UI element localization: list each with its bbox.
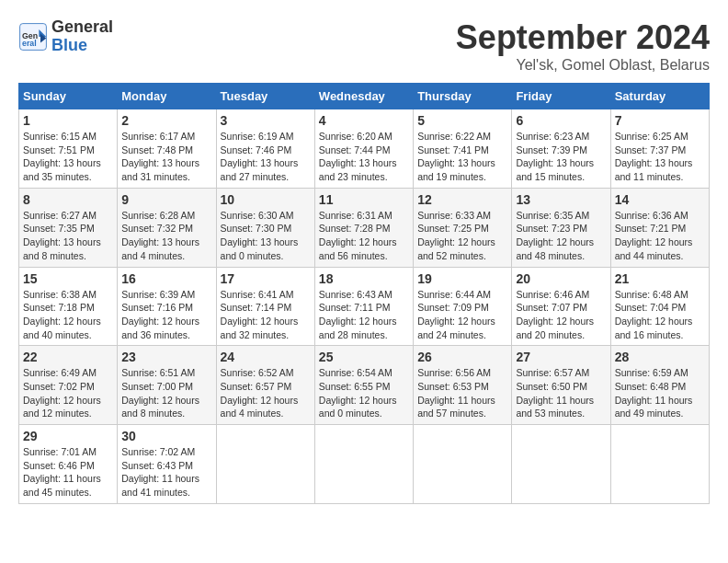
day-number: 7 <box>615 113 705 128</box>
day-number: 24 <box>221 350 311 364</box>
title-block: September 2024 Yel'sk, Gomel Oblast, Bel… <box>456 18 710 74</box>
logo-general-text: General <box>51 18 113 37</box>
page-header: Gen eral General Blue September 2024 Yel… <box>18 18 710 74</box>
day-info: Sunrise: 6:48 AMSunset: 7:04 PMDaylight:… <box>615 289 693 340</box>
day-number: 19 <box>417 271 507 286</box>
calendar-cell: 12 Sunrise: 6:33 AMSunset: 7:25 PMDaylig… <box>414 188 512 267</box>
day-number: 1 <box>23 113 113 128</box>
day-info: Sunrise: 6:59 AMSunset: 6:48 PMDaylight:… <box>615 367 693 419</box>
day-info: Sunrise: 6:39 AMSunset: 7:16 PMDaylight:… <box>121 289 199 340</box>
day-info: Sunrise: 6:15 AMSunset: 7:51 PMDaylight:… <box>23 131 101 182</box>
day-info: Sunrise: 6:22 AMSunset: 7:41 PMDaylight:… <box>417 131 495 182</box>
day-number: 22 <box>23 350 113 364</box>
calendar-cell: 14 Sunrise: 6:36 AMSunset: 7:21 PMDaylig… <box>610 188 709 267</box>
day-number: 4 <box>319 113 409 128</box>
day-number: 26 <box>417 350 507 364</box>
calendar-cell: 11 Sunrise: 6:31 AMSunset: 7:28 PMDaylig… <box>314 188 413 267</box>
calendar-cell: 19 Sunrise: 6:44 AMSunset: 7:09 PMDaylig… <box>414 267 512 346</box>
calendar-cell <box>610 425 709 504</box>
location-title: Yel'sk, Gomel Oblast, Belarus <box>456 57 710 74</box>
day-number: 18 <box>319 271 409 286</box>
day-info: Sunrise: 6:56 AMSunset: 6:53 PMDaylight:… <box>417 367 495 419</box>
logo-icon: Gen eral <box>18 22 48 52</box>
day-info: Sunrise: 6:36 AMSunset: 7:21 PMDaylight:… <box>615 210 693 261</box>
calendar-cell: 21 Sunrise: 6:48 AMSunset: 7:04 PMDaylig… <box>610 267 709 346</box>
calendar-cell: 10 Sunrise: 6:30 AMSunset: 7:30 PMDaylig… <box>216 188 314 267</box>
day-info: Sunrise: 7:02 AMSunset: 6:43 PMDaylight:… <box>121 446 199 498</box>
day-number: 16 <box>121 271 211 286</box>
header-wednesday: Wednesday <box>314 84 413 109</box>
day-info: Sunrise: 6:17 AMSunset: 7:48 PMDaylight:… <box>121 131 199 182</box>
calendar-cell: 13 Sunrise: 6:35 AMSunset: 7:23 PMDaylig… <box>512 188 610 267</box>
day-info: Sunrise: 6:57 AMSunset: 6:50 PMDaylight:… <box>516 367 594 419</box>
calendar-cell: 15 Sunrise: 6:38 AMSunset: 7:18 PMDaylig… <box>19 267 118 346</box>
day-number: 28 <box>615 350 705 364</box>
day-info: Sunrise: 6:23 AMSunset: 7:39 PMDaylight:… <box>516 131 594 182</box>
day-info: Sunrise: 6:28 AMSunset: 7:32 PMDaylight:… <box>121 210 199 261</box>
day-info: Sunrise: 6:43 AMSunset: 7:11 PMDaylight:… <box>319 289 397 340</box>
logo-text: General Blue <box>51 18 113 55</box>
calendar-cell: 18 Sunrise: 6:43 AMSunset: 7:11 PMDaylig… <box>314 267 413 346</box>
day-number: 14 <box>615 192 705 207</box>
calendar-cell: 17 Sunrise: 6:41 AMSunset: 7:14 PMDaylig… <box>216 267 314 346</box>
day-info: Sunrise: 7:01 AMSunset: 6:46 PMDaylight:… <box>23 446 101 498</box>
calendar-cell: 16 Sunrise: 6:39 AMSunset: 7:16 PMDaylig… <box>118 267 216 346</box>
day-info: Sunrise: 6:46 AMSunset: 7:07 PMDaylight:… <box>516 289 594 340</box>
day-number: 10 <box>221 192 311 207</box>
day-info: Sunrise: 6:54 AMSunset: 6:55 PMDaylight:… <box>319 367 397 419</box>
day-number: 3 <box>221 113 311 128</box>
calendar-cell: 7 Sunrise: 6:25 AMSunset: 7:37 PMDayligh… <box>610 109 709 189</box>
day-number: 9 <box>121 192 211 207</box>
calendar-cell: 25 Sunrise: 6:54 AMSunset: 6:55 PMDaylig… <box>314 346 413 425</box>
day-number: 25 <box>319 350 409 364</box>
calendar-cell: 3 Sunrise: 6:19 AMSunset: 7:46 PMDayligh… <box>216 109 314 189</box>
day-number: 23 <box>121 350 211 364</box>
day-number: 11 <box>319 192 409 207</box>
calendar-cell: 8 Sunrise: 6:27 AMSunset: 7:35 PMDayligh… <box>19 188 118 267</box>
calendar-cell: 2 Sunrise: 6:17 AMSunset: 7:48 PMDayligh… <box>118 109 216 189</box>
day-number: 12 <box>417 192 507 207</box>
day-number: 20 <box>516 271 606 286</box>
day-info: Sunrise: 6:19 AMSunset: 7:46 PMDaylight:… <box>221 131 299 182</box>
calendar-week-row: 15 Sunrise: 6:38 AMSunset: 7:18 PMDaylig… <box>19 267 710 346</box>
day-info: Sunrise: 6:44 AMSunset: 7:09 PMDaylight:… <box>417 289 495 340</box>
calendar-week-row: 22 Sunrise: 6:49 AMSunset: 7:02 PMDaylig… <box>19 346 710 425</box>
calendar-cell: 4 Sunrise: 6:20 AMSunset: 7:44 PMDayligh… <box>314 109 413 189</box>
header-saturday: Saturday <box>610 84 709 109</box>
day-number: 6 <box>516 113 606 128</box>
calendar-cell: 28 Sunrise: 6:59 AMSunset: 6:48 PMDaylig… <box>610 346 709 425</box>
day-info: Sunrise: 6:25 AMSunset: 7:37 PMDaylight:… <box>615 131 693 182</box>
svg-text:eral: eral <box>22 39 37 48</box>
day-number: 2 <box>121 113 211 128</box>
calendar-cell: 22 Sunrise: 6:49 AMSunset: 7:02 PMDaylig… <box>19 346 118 425</box>
header-sunday: Sunday <box>19 84 118 109</box>
calendar-cell <box>216 425 314 504</box>
calendar-week-row: 29 Sunrise: 7:01 AMSunset: 6:46 PMDaylig… <box>19 425 710 504</box>
day-info: Sunrise: 6:33 AMSunset: 7:25 PMDaylight:… <box>417 210 495 261</box>
calendar-cell: 1 Sunrise: 6:15 AMSunset: 7:51 PMDayligh… <box>19 109 118 189</box>
day-info: Sunrise: 6:35 AMSunset: 7:23 PMDaylight:… <box>516 210 594 261</box>
calendar-cell: 26 Sunrise: 6:56 AMSunset: 6:53 PMDaylig… <box>414 346 512 425</box>
day-info: Sunrise: 6:30 AMSunset: 7:30 PMDaylight:… <box>221 210 299 261</box>
day-number: 15 <box>23 271 113 286</box>
calendar-cell <box>512 425 610 504</box>
calendar-cell: 24 Sunrise: 6:52 AMSunset: 6:57 PMDaylig… <box>216 346 314 425</box>
day-number: 27 <box>516 350 606 364</box>
weekday-header-row: Sunday Monday Tuesday Wednesday Thursday… <box>19 84 710 109</box>
calendar-cell: 20 Sunrise: 6:46 AMSunset: 7:07 PMDaylig… <box>512 267 610 346</box>
day-number: 30 <box>121 429 211 443</box>
logo-blue-text: Blue <box>51 37 113 55</box>
day-number: 13 <box>516 192 606 207</box>
calendar-cell: 6 Sunrise: 6:23 AMSunset: 7:39 PMDayligh… <box>512 109 610 189</box>
day-info: Sunrise: 6:27 AMSunset: 7:35 PMDaylight:… <box>23 210 101 261</box>
day-number: 17 <box>221 271 311 286</box>
day-number: 29 <box>23 429 113 443</box>
calendar-cell <box>314 425 413 504</box>
logo: Gen eral General Blue <box>18 18 113 55</box>
calendar-cell <box>414 425 512 504</box>
day-info: Sunrise: 6:49 AMSunset: 7:02 PMDaylight:… <box>23 367 101 419</box>
calendar-cell: 27 Sunrise: 6:57 AMSunset: 6:50 PMDaylig… <box>512 346 610 425</box>
calendar-cell: 23 Sunrise: 6:51 AMSunset: 7:00 PMDaylig… <box>118 346 216 425</box>
header-monday: Monday <box>118 84 216 109</box>
day-info: Sunrise: 6:38 AMSunset: 7:18 PMDaylight:… <box>23 289 101 340</box>
